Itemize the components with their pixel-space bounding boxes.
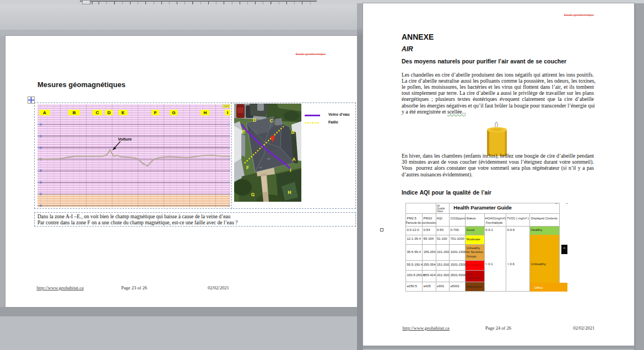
svg-text:H: H xyxy=(288,190,291,195)
svg-text:I: I xyxy=(290,168,291,173)
svg-text:E: E xyxy=(121,110,125,115)
svg-text:Voiture: Voiture xyxy=(118,136,132,141)
svg-text:A: A xyxy=(43,110,46,115)
svg-text:D: D xyxy=(107,110,110,115)
svg-text:E: E xyxy=(242,129,246,134)
svg-text:I: I xyxy=(226,110,228,115)
svg-text:A: A xyxy=(292,157,295,162)
svg-text:F: F xyxy=(154,110,156,115)
svg-text:C: C xyxy=(269,118,273,123)
svg-text:G: G xyxy=(251,192,255,197)
svg-text:F: F xyxy=(246,165,249,170)
svg-text:C: C xyxy=(95,110,99,115)
svg-text:B: B xyxy=(291,130,294,135)
svg-text:B: B xyxy=(72,110,75,115)
svg-text:H: H xyxy=(203,110,207,115)
svg-text:G: G xyxy=(172,110,175,115)
svg-text:D: D xyxy=(253,117,256,123)
